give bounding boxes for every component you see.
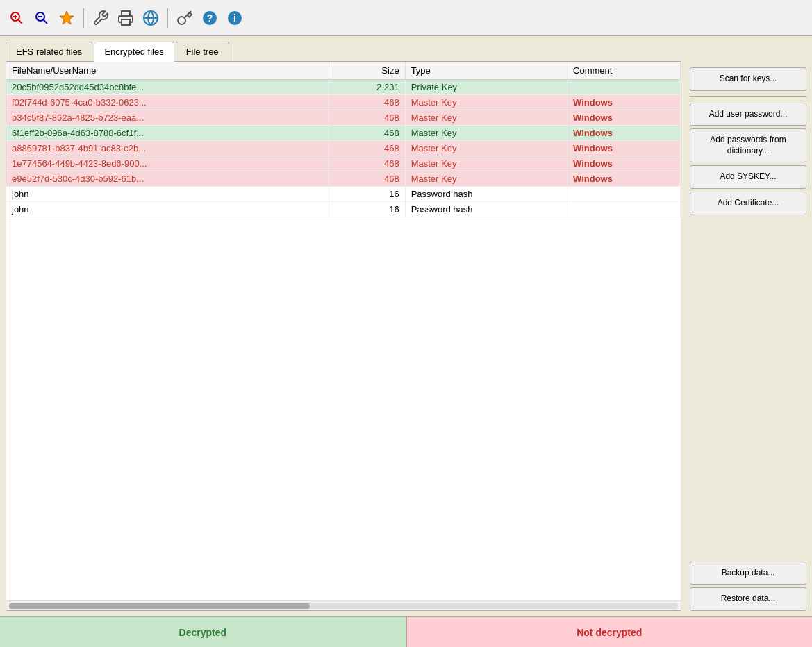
key-icon[interactable] xyxy=(174,7,196,29)
col-type: Type xyxy=(405,62,567,80)
cell-type: Private Key xyxy=(405,80,567,95)
svg-marker-7 xyxy=(60,11,74,24)
cell-size: 2.231 xyxy=(329,80,405,95)
status-not-decrypted: Not decrypted xyxy=(407,617,813,647)
table-row[interactable]: e9e52f7d-530c-4d30-b592-61b...468Master … xyxy=(6,171,681,187)
help-icon[interactable]: ? xyxy=(199,7,221,29)
status-bar: Decrypted Not decrypted xyxy=(0,616,812,647)
button-separator-1 xyxy=(690,96,806,97)
backup-data-button[interactable]: Backup data... xyxy=(690,562,806,585)
col-filename: FileName/UserName xyxy=(6,62,329,80)
table-row[interactable]: a8869781-b837-4b91-ac83-c2b...468Master … xyxy=(6,141,681,156)
cell-filename: a8869781-b837-4b91-ac83-c2b... xyxy=(6,141,329,156)
cell-type: Master Key xyxy=(405,95,567,110)
toolbar-separator-2 xyxy=(167,8,168,28)
print-icon[interactable] xyxy=(115,7,137,29)
svg-text:?: ? xyxy=(207,12,213,24)
cell-filename: 6f1eff2b-096a-4d63-8788-6cf1f... xyxy=(6,126,329,141)
zoom-icon[interactable] xyxy=(6,7,28,29)
add-dict-password-button[interactable]: Add passwords from dictionary... xyxy=(690,128,806,162)
table-row[interactable]: 20c5bf0952d52dd45d34bc8bfe...2.231Privat… xyxy=(6,80,681,95)
table-row[interactable]: john16Password hash xyxy=(6,202,681,217)
content-panel: FileName/UserName Size Type Comment 20c5… xyxy=(0,62,812,616)
globe-icon[interactable] xyxy=(140,7,162,29)
add-user-password-button[interactable]: Add user password... xyxy=(690,103,806,126)
table-row[interactable]: 1e774564-449b-4423-8ed6-900...468Master … xyxy=(6,156,681,171)
cell-comment: Windows xyxy=(567,95,681,110)
tabs-bar: EFS related files Encrypted files File t… xyxy=(0,36,812,62)
cell-filename: f02f744d-6075-4ca0-b332-0623... xyxy=(6,95,329,110)
cell-filename: 20c5bf0952d52dd45d34bc8bfe... xyxy=(6,80,329,95)
info-icon[interactable]: i xyxy=(224,7,246,29)
scrollbar-area[interactable] xyxy=(6,600,681,610)
cell-comment: Windows xyxy=(567,110,681,126)
data-table: FileName/UserName Size Type Comment 20c5… xyxy=(6,62,681,217)
cell-type: Password hash xyxy=(405,187,567,202)
tab-efs-related[interactable]: EFS related files xyxy=(6,42,92,62)
cell-type: Master Key xyxy=(405,141,567,156)
main-area: EFS related files Encrypted files File t… xyxy=(0,36,812,647)
toolbar: ? i xyxy=(0,0,812,36)
cell-type: Master Key xyxy=(405,156,567,171)
cell-size: 16 xyxy=(329,202,405,217)
table-container: FileName/UserName Size Type Comment 20c5… xyxy=(6,61,681,611)
button-spacer xyxy=(690,218,806,559)
cell-filename: john xyxy=(6,187,329,202)
cell-comment: Windows xyxy=(567,126,681,141)
cell-comment xyxy=(567,202,681,217)
cell-filename: e9e52f7d-530c-4d30-b592-61b... xyxy=(6,171,329,187)
cell-size: 468 xyxy=(329,126,405,141)
cell-type: Password hash xyxy=(405,202,567,217)
cell-filename: john xyxy=(6,202,329,217)
cell-filename: b34c5f87-862a-4825-b723-eaa... xyxy=(6,110,329,126)
zoom-out-icon[interactable] xyxy=(31,7,53,29)
svg-line-1 xyxy=(18,19,22,24)
table-row[interactable]: b34c5f87-862a-4825-b723-eaa...468Master … xyxy=(6,110,681,126)
col-size: Size xyxy=(329,62,405,80)
cell-comment: Windows xyxy=(567,156,681,171)
add-certificate-button[interactable]: Add Certificate... xyxy=(690,192,806,215)
cell-comment: Windows xyxy=(567,141,681,156)
svg-rect-8 xyxy=(122,19,130,25)
cell-size: 468 xyxy=(329,110,405,126)
add-syskey-button[interactable]: Add SYSKEY... xyxy=(690,165,806,189)
cell-size: 16 xyxy=(329,187,405,202)
cell-type: Master Key xyxy=(405,126,567,141)
cell-comment xyxy=(567,187,681,202)
svg-text:i: i xyxy=(233,12,236,24)
restore-data-button[interactable]: Restore data... xyxy=(690,587,806,611)
table-row[interactable]: f02f744d-6075-4ca0-b332-0623...468Master… xyxy=(6,95,681,110)
tab-encrypted[interactable]: Encrypted files xyxy=(94,42,174,62)
cell-type: Master Key xyxy=(405,171,567,187)
col-comment: Comment xyxy=(567,62,681,80)
cell-size: 468 xyxy=(329,95,405,110)
tab-file-tree[interactable]: File tree xyxy=(176,42,229,62)
toolbar-separator-1 xyxy=(83,8,84,28)
cell-size: 468 xyxy=(329,171,405,187)
buttons-panel: Scan for keys... Add user password... Ad… xyxy=(681,62,806,611)
scrollbar-thumb[interactable] xyxy=(9,603,310,609)
cell-comment xyxy=(567,80,681,95)
scrollbar-track[interactable] xyxy=(9,603,678,609)
tools-icon[interactable] xyxy=(90,7,112,29)
cell-size: 468 xyxy=(329,156,405,171)
status-decrypted: Decrypted xyxy=(0,617,407,647)
scan-keys-button[interactable]: Scan for keys... xyxy=(690,67,806,91)
cell-comment: Windows xyxy=(567,171,681,187)
svg-line-5 xyxy=(43,19,47,24)
cell-size: 468 xyxy=(329,141,405,156)
cell-filename: 1e774564-449b-4423-8ed6-900... xyxy=(6,156,329,171)
table-row[interactable]: john16Password hash xyxy=(6,187,681,202)
star-icon[interactable] xyxy=(56,7,78,29)
cell-type: Master Key xyxy=(405,110,567,126)
table-row[interactable]: 6f1eff2b-096a-4d63-8788-6cf1f...468Maste… xyxy=(6,126,681,141)
